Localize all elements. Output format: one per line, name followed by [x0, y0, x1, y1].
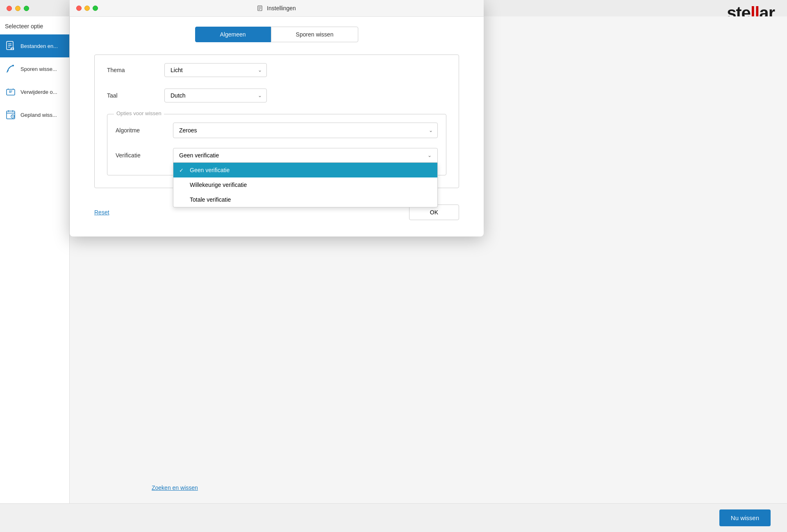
algoritme-select-wrapper: Zeroes Ones Random DoD 5220.22-M ⌄ — [173, 123, 438, 138]
zoeken-en-wissen-link[interactable]: Zoeken en wissen — [152, 484, 198, 491]
traffic-light-yellow[interactable] — [15, 6, 20, 11]
verwijderde-icon — [5, 86, 16, 98]
check-icon: ✓ — [179, 167, 186, 173]
settings-icon — [257, 5, 264, 11]
tabs-container: Algemeen Sporen wissen — [70, 17, 484, 50]
tab-sporen-wissen[interactable]: Sporen wissen — [271, 27, 359, 42]
verificatie-option-totale-label: Totale verificatie — [190, 196, 231, 203]
dialog-title-text: Instellingen — [267, 5, 296, 11]
sporen-icon — [5, 63, 16, 75]
dialog-traffic-lights — [76, 6, 98, 11]
thema-label: Thema — [107, 67, 164, 73]
bottom-bar: Nu wissen — [0, 503, 787, 532]
dialog-title-bar: Instellingen — [70, 0, 484, 17]
dialog-traffic-yellow[interactable] — [84, 6, 90, 11]
verificatie-label: Verificatie — [116, 148, 173, 159]
dialog-traffic-red[interactable] — [76, 6, 82, 11]
taal-select[interactable]: Dutch English German French — [164, 89, 267, 102]
verificatie-row: Verificatie Geen verificatie ⌄ ✓ Geen ve… — [116, 148, 438, 163]
taal-label: Taal — [107, 92, 164, 99]
sidebar-item-label-bestanden: Bestanden en... — [20, 43, 58, 49]
gepland-icon — [5, 109, 16, 120]
verificatie-dropdown-list: ✓ Geen verificatie Willekeurige verifica… — [173, 163, 438, 207]
traffic-light-green[interactable] — [24, 6, 29, 11]
algoritme-label: Algoritme — [116, 127, 173, 134]
bestanden-icon — [5, 40, 16, 52]
taal-select-wrapper: Dutch English German French ⌄ — [164, 89, 267, 102]
algoritme-select[interactable]: Zeroes Ones Random DoD 5220.22-M — [173, 123, 438, 138]
verificatie-dropdown-container: Geen verificatie ⌄ ✓ Geen verificatie — [173, 148, 438, 163]
sidebar-item-gepland[interactable]: Gepland wiss... — [0, 103, 69, 126]
svg-rect-4 — [11, 48, 14, 50]
sidebar-title: Selecteer optie — [0, 16, 69, 34]
verificatie-dropdown-button[interactable]: Geen verificatie ⌄ — [173, 148, 438, 163]
thema-select-wrapper: Licht Donker ⌄ — [164, 63, 267, 77]
thema-row: Thema Licht Donker ⌄ — [107, 63, 446, 77]
traffic-light-red[interactable] — [7, 6, 12, 11]
opties-group-label: Opties voor wissen — [114, 110, 164, 116]
sidebar-item-label-sporen: Sporen wisse... — [20, 66, 57, 72]
settings-box: Thema Licht Donker ⌄ Taal Dutch English — [94, 55, 459, 188]
sidebar-item-bestanden[interactable]: Bestanden en... — [0, 34, 69, 57]
sidebar-item-verwijderde[interactable]: Verwijderde o... — [0, 80, 69, 103]
algoritme-row: Algoritme Zeroes Ones Random DoD 5220.22… — [116, 123, 438, 138]
sidebar: Selecteer optie Bestanden en... Sporen w… — [0, 16, 70, 532]
dialog-title: Instellingen — [257, 5, 296, 11]
dialog-traffic-green[interactable] — [93, 6, 98, 11]
verificatie-chevron-icon: ⌄ — [428, 152, 432, 158]
settings-dialog: Instellingen Algemeen Sporen wissen Them… — [70, 0, 484, 236]
nu-wissen-button[interactable]: Nu wissen — [719, 509, 771, 526]
sidebar-item-label-verwijderde: Verwijderde o... — [20, 89, 57, 95]
settings-content: Thema Licht Donker ⌄ Taal Dutch English — [70, 50, 484, 196]
sidebar-item-sporen[interactable]: Sporen wisse... — [0, 57, 69, 80]
taal-row: Taal Dutch English German French ⌄ — [107, 89, 446, 102]
svg-point-7 — [12, 65, 14, 66]
sidebar-item-label-gepland: Gepland wiss... — [20, 112, 57, 118]
reset-link[interactable]: Reset — [94, 209, 109, 216]
verificatie-option-willekeurige[interactable]: Willekeurige verificatie — [173, 177, 437, 192]
verificatie-option-willekeurige-label: Willekeurige verificatie — [190, 182, 247, 188]
verificatie-option-geen[interactable]: ✓ Geen verificatie — [173, 163, 437, 177]
verificatie-option-totale[interactable]: Totale verificatie — [173, 192, 437, 207]
verificatie-current-value: Geen verificatie — [179, 152, 219, 159]
thema-select[interactable]: Licht Donker — [164, 63, 267, 77]
tab-algemeen[interactable]: Algemeen — [195, 27, 271, 42]
opties-voor-wissen-group: Opties voor wissen Algoritme Zeroes Ones… — [107, 114, 446, 175]
verificatie-option-geen-label: Geen verificatie — [190, 167, 230, 173]
